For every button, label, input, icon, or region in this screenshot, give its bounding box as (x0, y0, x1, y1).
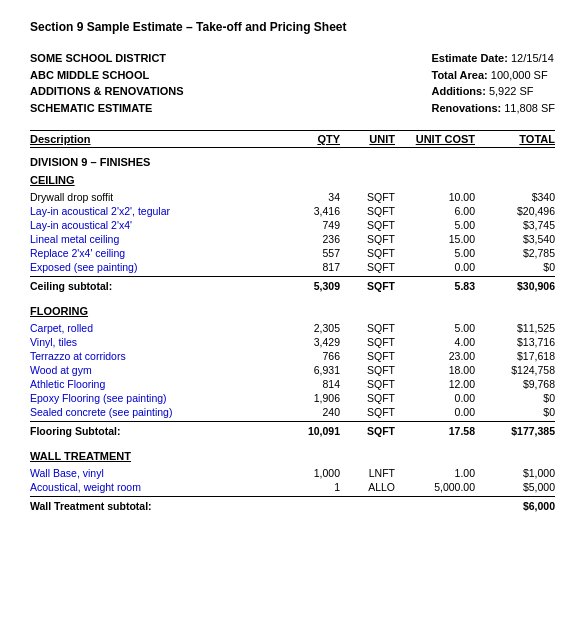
row-total: $9,768 (475, 378, 555, 390)
col-unit: UNIT (340, 133, 395, 145)
subtotal-label: Wall Treatment subtotal: (30, 500, 280, 512)
row-desc: Exposed (see painting) (30, 261, 280, 273)
row-unit-cost: 0.00 (395, 261, 475, 273)
subtotal-label: Ceiling subtotal: (30, 280, 280, 292)
row-unit-cost: 0.00 (395, 392, 475, 404)
row-qty: 240 (280, 406, 340, 418)
row-total: $11,525 (475, 322, 555, 334)
table-row: Carpet, rolled2,305SQFT5.00$11,525 (30, 321, 555, 335)
row-unit-cost: 5.00 (395, 322, 475, 334)
section-flooring: FLOORINGCarpet, rolled2,305SQFT5.00$11,5… (30, 305, 555, 438)
row-qty: 2,305 (280, 322, 340, 334)
table-row: Lay-in acoustical 2'x4'749SQFT5.00$3,745 (30, 218, 555, 232)
subtotal-row: Wall Treatment subtotal:$6,000 (30, 499, 555, 513)
row-qty: 1 (280, 481, 340, 493)
row-total: $5,000 (475, 481, 555, 493)
subtotal-total: $30,906 (475, 280, 555, 292)
row-unit: SQFT (340, 406, 395, 418)
row-desc: Replace 2'x4' ceiling (30, 247, 280, 259)
row-unit-cost: 23.00 (395, 350, 475, 362)
row-total: $0 (475, 261, 555, 273)
row-desc: Carpet, rolled (30, 322, 280, 334)
row-total: $20,496 (475, 205, 555, 217)
row-unit: SQFT (340, 364, 395, 376)
row-unit: SQFT (340, 322, 395, 334)
row-unit: ALLO (340, 481, 395, 493)
row-unit-cost: 10.00 (395, 191, 475, 203)
subtotal-unit (340, 500, 395, 512)
col-description: Description (30, 133, 280, 145)
table-row: Sealed concrete (see painting)240SQFT0.0… (30, 405, 555, 419)
row-total: $0 (475, 406, 555, 418)
row-unit: SQFT (340, 392, 395, 404)
row-unit-cost: 5,000.00 (395, 481, 475, 493)
subtotal-label: Flooring Subtotal: (30, 425, 280, 437)
subtotal-unit-cost (395, 500, 475, 512)
group-title-2: WALL TREATMENT (30, 450, 555, 462)
row-unit: SQFT (340, 191, 395, 203)
col-unit-cost: UNIT COST (395, 133, 475, 145)
row-unit-cost: 12.00 (395, 378, 475, 390)
col-qty: QTY (280, 133, 340, 145)
subtotal-unit-cost: 17.58 (395, 425, 475, 437)
renovations-row: Renovations: 11,808 SF (431, 100, 555, 117)
school-district: SOME SCHOOL DISTRICT (30, 50, 184, 67)
additions-label: Additions: (431, 85, 485, 97)
row-unit: SQFT (340, 350, 395, 362)
row-total: $3,745 (475, 219, 555, 231)
row-qty: 814 (280, 378, 340, 390)
subtotal-total: $177,385 (475, 425, 555, 437)
header-left: SOME SCHOOL DISTRICT ABC MIDDLE SCHOOL A… (30, 50, 184, 116)
row-unit: SQFT (340, 261, 395, 273)
total-area-value: 100,000 SF (491, 69, 548, 81)
row-unit-cost: 1.00 (395, 467, 475, 479)
project-type: ADDITIONS & RENOVATIONS (30, 83, 184, 100)
header-block: SOME SCHOOL DISTRICT ABC MIDDLE SCHOOL A… (30, 50, 555, 116)
row-desc: Drywall drop soffit (30, 191, 280, 203)
row-unit: SQFT (340, 233, 395, 245)
total-area-label: Total Area: (431, 69, 487, 81)
row-unit: LNFT (340, 467, 395, 479)
group-title-0: CEILING (30, 174, 555, 186)
row-qty: 3,429 (280, 336, 340, 348)
row-unit: SQFT (340, 378, 395, 390)
estimate-type: SCHEMATIC ESTIMATE (30, 100, 184, 117)
subtotal-unit: SQFT (340, 280, 395, 292)
table-row: Replace 2'x4' ceiling557SQFT5.00$2,785 (30, 246, 555, 260)
row-qty: 557 (280, 247, 340, 259)
row-desc: Lineal metal ceiling (30, 233, 280, 245)
school-name: ABC MIDDLE SCHOOL (30, 67, 184, 84)
table-row: Lay-in acoustical 2'x2', tegular3,416SQF… (30, 204, 555, 218)
section-wall-treatment: WALL TREATMENTWall Base, vinyl1,000LNFT1… (30, 450, 555, 513)
row-qty: 1,906 (280, 392, 340, 404)
row-unit-cost: 4.00 (395, 336, 475, 348)
row-total: $0 (475, 392, 555, 404)
subtotal-row: Flooring Subtotal:10,091SQFT17.58$177,38… (30, 424, 555, 438)
row-qty: 3,416 (280, 205, 340, 217)
subtotal-qty (280, 500, 340, 512)
row-desc: Lay-in acoustical 2'x2', tegular (30, 205, 280, 217)
table-row: Epoxy Flooring (see painting)1,906SQFT0.… (30, 391, 555, 405)
row-unit-cost: 15.00 (395, 233, 475, 245)
row-desc: Vinyl, tiles (30, 336, 280, 348)
col-total: TOTAL (475, 133, 555, 145)
row-desc: Wall Base, vinyl (30, 467, 280, 479)
row-unit-cost: 6.00 (395, 205, 475, 217)
row-desc: Sealed concrete (see painting) (30, 406, 280, 418)
subtotal-row: Ceiling subtotal:5,309SQFT5.83$30,906 (30, 279, 555, 293)
table-row: Drywall drop soffit34SQFT10.00$340 (30, 190, 555, 204)
row-qty: 6,931 (280, 364, 340, 376)
estimate-date-row: Estimate Date: 12/15/14 (431, 50, 555, 67)
row-unit-cost: 5.00 (395, 247, 475, 259)
row-qty: 766 (280, 350, 340, 362)
row-unit: SQFT (340, 219, 395, 231)
section-ceiling: CEILINGDrywall drop soffit34SQFT10.00$34… (30, 174, 555, 293)
row-total: $340 (475, 191, 555, 203)
row-qty: 749 (280, 219, 340, 231)
row-unit-cost: 0.00 (395, 406, 475, 418)
row-unit: SQFT (340, 247, 395, 259)
renovations-label: Renovations: (431, 102, 501, 114)
row-desc: Acoustical, weight room (30, 481, 280, 493)
section-title: Section 9 Sample Estimate – Take-off and… (30, 20, 555, 34)
row-total: $13,716 (475, 336, 555, 348)
